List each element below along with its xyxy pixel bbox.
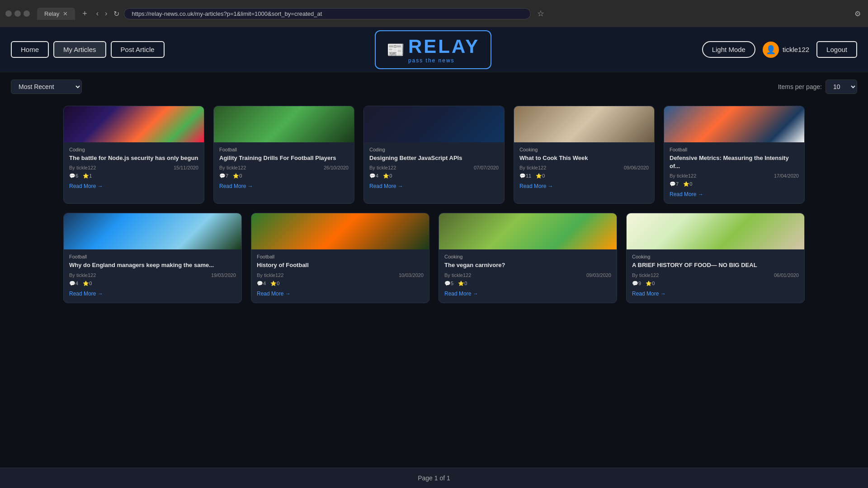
- light-mode-button[interactable]: Light Mode: [702, 41, 755, 58]
- article-image: [214, 106, 354, 142]
- article-author: By tickle122: [69, 272, 96, 278]
- comment-count: 💬4: [369, 173, 378, 179]
- article-card[interactable]: Coding Designing Better JavaScript APIs …: [363, 106, 505, 204]
- article-category: Football: [219, 147, 349, 152]
- filter-bar: Most Recent Most Popular Most Commented …: [0, 72, 868, 101]
- article-category: Football: [670, 147, 799, 152]
- read-more-link[interactable]: Read More →: [69, 291, 103, 297]
- article-stats: 💬7 ⭐0: [219, 173, 349, 179]
- star-count: ⭐0: [83, 281, 92, 286]
- article-title: What to Cook This Week: [519, 154, 649, 162]
- article-card[interactable]: Cooking What to Cook This Week By tickle…: [514, 106, 655, 204]
- article-card[interactable]: Football Agility Training Drills For Foo…: [213, 106, 354, 204]
- article-stats: 💬4 ⭐0: [369, 173, 499, 179]
- logout-button[interactable]: Logout: [816, 41, 857, 58]
- article-stats: 💬4 ⭐0: [257, 281, 424, 286]
- star-count: ⭐0: [233, 173, 242, 179]
- address-bar[interactable]: https://relay-news.co.uk/my-articles?p=1…: [124, 8, 531, 19]
- browser-window-controls[interactable]: [5, 10, 30, 17]
- new-tab-btn[interactable]: +: [79, 9, 91, 19]
- article-category: Cooking: [519, 147, 649, 152]
- article-category: Football: [257, 254, 424, 259]
- minimize-btn[interactable]: [14, 10, 21, 17]
- refresh-button[interactable]: ↻: [112, 8, 121, 20]
- article-author: By tickle122: [519, 165, 546, 170]
- star-count: ⭐0: [646, 281, 655, 286]
- article-meta: By tickle122 17/04/2020: [670, 173, 799, 178]
- comment-count: 💬11: [519, 173, 531, 179]
- my-articles-button[interactable]: My Articles: [53, 41, 106, 58]
- browser-nav: ‹ › ↻ https://relay-news.co.uk/my-articl…: [94, 8, 849, 20]
- browser-tab[interactable]: Relay ✕: [37, 8, 75, 20]
- article-stats: 💬4 ⭐0: [69, 281, 236, 286]
- article-image: [664, 106, 804, 142]
- article-author: By tickle122: [670, 173, 696, 178]
- read-more-link[interactable]: Read More →: [444, 291, 478, 297]
- article-category: Cooking: [444, 254, 611, 259]
- article-image: [364, 106, 504, 142]
- articles-row-1: Coding The battle for Node.js security h…: [63, 106, 805, 204]
- read-more-link[interactable]: Read More →: [369, 183, 403, 189]
- article-date: 26/10/2020: [324, 165, 349, 170]
- article-date: 10/03/2020: [399, 272, 424, 278]
- article-author: By tickle122: [219, 165, 246, 170]
- article-title: Why do England managers keep making the …: [69, 261, 236, 269]
- pagination: Page 1 of 1: [0, 468, 868, 488]
- read-more-link[interactable]: Read More →: [670, 191, 703, 197]
- comment-count: 💬7: [219, 173, 228, 179]
- comment-count: 💬7: [670, 181, 679, 187]
- article-card[interactable]: Football Why do England managers keep ma…: [63, 213, 242, 303]
- sort-select[interactable]: Most Recent Most Popular Most Commented: [11, 80, 82, 94]
- articles-row-2: Football Why do England managers keep ma…: [63, 213, 805, 303]
- read-more-link[interactable]: Read More →: [69, 183, 103, 189]
- star-count: ⭐0: [536, 173, 545, 179]
- article-body: Coding Designing Better JavaScript APIs …: [364, 142, 504, 195]
- bookmark-icon[interactable]: ☆: [533, 9, 548, 19]
- read-more-link[interactable]: Read More →: [257, 291, 291, 297]
- read-more-link[interactable]: Read More →: [519, 183, 553, 189]
- star-count: ⭐0: [458, 281, 467, 286]
- per-page-select[interactable]: 10 20 50 100: [826, 80, 857, 94]
- article-meta: By tickle122 06/01/2020: [632, 272, 799, 278]
- maximize-btn[interactable]: [24, 10, 30, 17]
- tab-close-icon[interactable]: ✕: [63, 10, 68, 17]
- article-body: Cooking The vegan carnivore? By tickle12…: [439, 249, 617, 302]
- article-card[interactable]: Football History of Football By tickle12…: [251, 213, 429, 303]
- comment-count: 💬4: [257, 281, 266, 286]
- article-meta: By tickle122 07/07/2020: [369, 165, 499, 170]
- article-category: Cooking: [632, 254, 799, 259]
- forward-button[interactable]: ›: [103, 8, 109, 19]
- article-card[interactable]: Cooking A BRIEF HISTORY OF FOOD— NO BIG …: [626, 213, 805, 303]
- extensions-icon[interactable]: ⚙: [853, 9, 863, 18]
- back-button[interactable]: ‹: [94, 8, 100, 19]
- article-card[interactable]: Cooking The vegan carnivore? By tickle12…: [439, 213, 617, 303]
- article-title: The battle for Node.js security has only…: [69, 154, 198, 162]
- user-info: 👤 tickle122: [763, 42, 809, 58]
- article-stats: 💬5 ⭐0: [444, 281, 611, 286]
- per-page-label: Items per page:: [778, 83, 822, 90]
- read-more-link[interactable]: Read More →: [219, 183, 253, 189]
- article-body: Football Why do England managers keep ma…: [64, 249, 241, 302]
- close-btn[interactable]: [5, 10, 12, 17]
- article-meta: By tickle122 15/11/2020: [69, 165, 198, 170]
- article-body: Football History of Football By tickle12…: [251, 249, 429, 302]
- article-date: 09/06/2020: [624, 165, 649, 170]
- tab-title: Relay: [44, 10, 59, 17]
- home-button[interactable]: Home: [11, 41, 49, 58]
- article-author: By tickle122: [369, 165, 396, 170]
- article-card[interactable]: Football Defensive Metrics: Measuring th…: [664, 106, 805, 204]
- article-category: Football: [69, 254, 236, 259]
- article-card[interactable]: Coding The battle for Node.js security h…: [63, 106, 204, 204]
- article-body: Cooking What to Cook This Week By tickle…: [514, 142, 654, 195]
- comment-count: 💬4: [69, 281, 78, 286]
- article-stats: 💬11 ⭐0: [519, 173, 649, 179]
- article-body: Football Agility Training Drills For Foo…: [214, 142, 354, 195]
- post-article-button[interactable]: Post Article: [111, 41, 165, 58]
- article-image: [64, 213, 241, 249]
- comment-count: 💬9: [632, 281, 641, 286]
- article-date: 15/11/2020: [174, 165, 198, 170]
- article-title: Agility Training Drills For Football Pla…: [219, 154, 349, 162]
- user-avatar: 👤: [763, 42, 779, 58]
- logo-container: 📰 RELAY pass the news: [375, 30, 492, 69]
- read-more-link[interactable]: Read More →: [632, 291, 666, 297]
